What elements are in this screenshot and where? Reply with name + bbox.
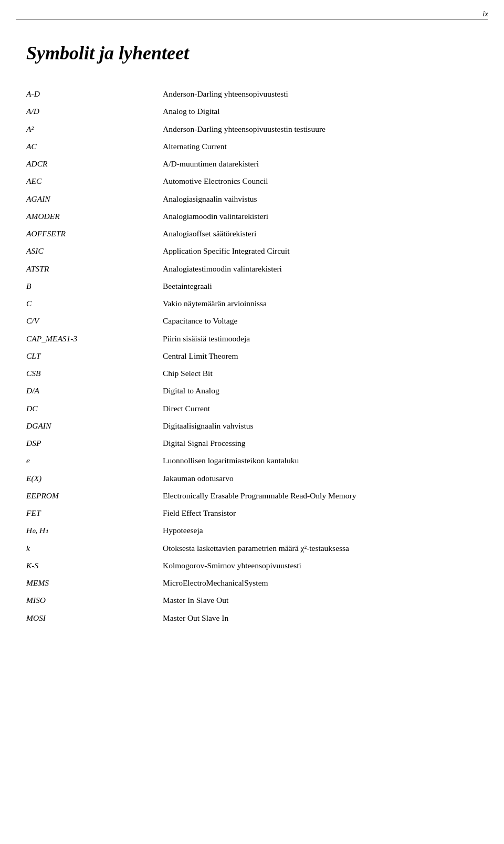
table-row: AMODERAnalogiamoodin valintarekisteri	[26, 207, 478, 225]
table-row: E(X)Jakauman odotusarvo	[26, 470, 478, 487]
table-row: MISOMaster In Slave Out	[26, 591, 478, 609]
abbreviation-cell: DGAIN	[26, 417, 163, 434]
definition-cell: Analogiaoffset säätörekisteri	[163, 225, 478, 242]
table-row: FETField Effect Transistor	[26, 504, 478, 522]
abbreviation-cell: FET	[26, 504, 163, 522]
definition-cell: Hypoteeseja	[163, 522, 478, 539]
definition-cell: Chip Select Bit	[163, 364, 478, 382]
abbreviation-cell: A²	[26, 120, 163, 138]
table-row: A/DAnalog to Digital	[26, 102, 478, 120]
abbreviation-cell: AOFFSETR	[26, 225, 163, 242]
definition-cell: Alternating Current	[163, 138, 478, 155]
table-row: DSPDigital Signal Processing	[26, 434, 478, 452]
abbreviation-cell: ADCR	[26, 155, 163, 172]
abbreviation-cell: ATSTR	[26, 260, 163, 277]
abbreviations-table: A-DAnderson-Darling yhteensopivuustestiA…	[26, 85, 478, 627]
abbreviation-cell: ASIC	[26, 242, 163, 259]
table-row: CSBChip Select Bit	[26, 364, 478, 382]
page-content: Symbolit ja lyhenteet A-DAnderson-Darlin…	[0, 0, 504, 658]
abbreviation-cell: DSP	[26, 434, 163, 452]
table-row: DCDirect Current	[26, 400, 478, 417]
table-row: A²Anderson-Darling yhteensopivuustestin …	[26, 120, 478, 138]
definition-cell: Anderson-Darling yhteensopivuustestin te…	[163, 120, 478, 138]
table-row: A-DAnderson-Darling yhteensopivuustesti	[26, 85, 478, 102]
definition-cell: Piirin sisäisiä testimoodeja	[163, 330, 478, 347]
abbreviation-cell: AC	[26, 138, 163, 155]
definition-cell: Analogiatestimoodin valintarekisteri	[163, 260, 478, 277]
definition-cell: Kolmogorov-Smirnov yhteensopivuustesti	[163, 557, 478, 574]
table-row: H₀, H₁Hypoteeseja	[26, 522, 478, 539]
abbreviation-cell: AGAIN	[26, 190, 163, 207]
abbreviation-cell: CLT	[26, 347, 163, 364]
table-row: BBeetaintegraali	[26, 277, 478, 295]
definition-cell: Analogiamoodin valintarekisteri	[163, 207, 478, 225]
table-row: K-SKolmogorov-Smirnov yhteensopivuustest…	[26, 557, 478, 574]
abbreviation-cell: K-S	[26, 557, 163, 574]
table-row: D/ADigital to Analog	[26, 382, 478, 399]
definition-cell: Digital to Analog	[163, 382, 478, 399]
definition-cell: Central Limit Theorem	[163, 347, 478, 364]
definition-cell: Capacitance to Voltage	[163, 312, 478, 329]
definition-cell: Vakio näytemäärän arvioinnissa	[163, 295, 478, 312]
definition-cell: Anderson-Darling yhteensopivuustesti	[163, 85, 478, 102]
abbreviation-cell: E(X)	[26, 470, 163, 487]
abbreviation-cell: AMODER	[26, 207, 163, 225]
abbreviation-cell: k	[26, 539, 163, 557]
table-row: EEPROMElectronically Erasable Programmab…	[26, 487, 478, 504]
table-row: AOFFSETRAnalogiaoffset säätörekisteri	[26, 225, 478, 242]
definition-cell: Automotive Electronics Council	[163, 172, 478, 190]
definition-cell: Electronically Erasable Programmable Rea…	[163, 487, 478, 504]
abbreviation-cell: DC	[26, 400, 163, 417]
table-row: ADCRA/D-muuntimen datarekisteri	[26, 155, 478, 172]
definition-cell: Master Out Slave In	[163, 609, 478, 627]
abbreviation-cell: EEPROM	[26, 487, 163, 504]
abbreviation-cell: B	[26, 277, 163, 295]
definition-cell: Luonnollisen logaritmiasteikon kantaluku	[163, 452, 478, 469]
page-number: ix	[482, 9, 488, 18]
abbreviation-cell: H₀, H₁	[26, 522, 163, 539]
definition-cell: Digitaalisignaalin vahvistus	[163, 417, 478, 434]
abbreviation-cell: C/V	[26, 312, 163, 329]
table-row: AGAINAnalogiasignaalin vaihvistus	[26, 190, 478, 207]
abbreviation-cell: CAP_MEAS1-3	[26, 330, 163, 347]
table-row: MOSIMaster Out Slave In	[26, 609, 478, 627]
definition-cell: Beetaintegraali	[163, 277, 478, 295]
table-row: MEMSMicroElectroMechanicalSystem	[26, 574, 478, 591]
definition-cell: Jakauman odotusarvo	[163, 470, 478, 487]
table-row: DGAINDigitaalisignaalin vahvistus	[26, 417, 478, 434]
abbreviation-cell: A-D	[26, 85, 163, 102]
top-border	[16, 19, 488, 19]
table-row: AECAutomotive Electronics Council	[26, 172, 478, 190]
definition-cell: Direct Current	[163, 400, 478, 417]
definition-cell: Digital Signal Processing	[163, 434, 478, 452]
table-row: C/VCapacitance to Voltage	[26, 312, 478, 329]
abbreviation-cell: A/D	[26, 102, 163, 120]
table-row: ACAlternating Current	[26, 138, 478, 155]
abbreviation-cell: D/A	[26, 382, 163, 399]
table-row: CAP_MEAS1-3Piirin sisäisiä testimoodeja	[26, 330, 478, 347]
abbreviation-cell: MEMS	[26, 574, 163, 591]
abbreviation-cell: CSB	[26, 364, 163, 382]
definition-cell: Analog to Digital	[163, 102, 478, 120]
definition-cell: Field Effect Transistor	[163, 504, 478, 522]
definition-cell: Otoksesta laskettavien parametrien määrä…	[163, 539, 478, 557]
abbreviation-cell: MISO	[26, 591, 163, 609]
definition-cell: Application Specific Integrated Circuit	[163, 242, 478, 259]
table-row: eLuonnollisen logaritmiasteikon kantaluk…	[26, 452, 478, 469]
abbreviation-cell: C	[26, 295, 163, 312]
definition-cell: A/D-muuntimen datarekisteri	[163, 155, 478, 172]
table-row: ASICApplication Specific Integrated Circ…	[26, 242, 478, 259]
table-row: CVakio näytemäärän arvioinnissa	[26, 295, 478, 312]
definition-cell: Analogiasignaalin vaihvistus	[163, 190, 478, 207]
definition-cell: MicroElectroMechanicalSystem	[163, 574, 478, 591]
definition-cell: Master In Slave Out	[163, 591, 478, 609]
page-title: Symbolit ja lyhenteet	[26, 42, 478, 64]
table-row: kOtoksesta laskettavien parametrien määr…	[26, 539, 478, 557]
table-row: ATSTRAnalogiatestimoodin valintarekister…	[26, 260, 478, 277]
abbreviation-cell: e	[26, 452, 163, 469]
abbreviation-cell: AEC	[26, 172, 163, 190]
table-row: CLTCentral Limit Theorem	[26, 347, 478, 364]
abbreviation-cell: MOSI	[26, 609, 163, 627]
